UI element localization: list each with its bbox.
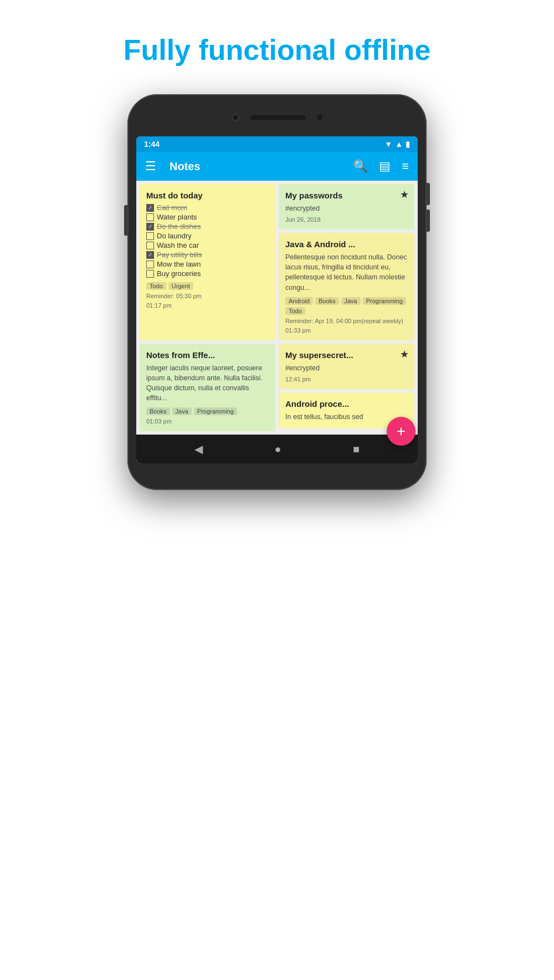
checklist-item-mow-lawn: Mow the lawn: [146, 260, 269, 268]
tags-row-java: Android Books Java Programming Todo: [285, 297, 408, 315]
status-bar: 1:44 ▼ ▲ ▮: [136, 136, 418, 152]
app-title: Notes: [170, 160, 344, 173]
note-body-passwords: #encrypted: [285, 203, 408, 213]
tag-todo-java: Todo: [285, 307, 305, 315]
note-java-android[interactable]: Java & Android ... Pellentesque non tinc…: [279, 233, 414, 340]
tag-books: Books: [315, 297, 339, 305]
checklist-item-water-plants: Water plants: [146, 213, 269, 221]
note-body-supersecret: #encrypted: [285, 363, 408, 373]
bottom-bezel: [136, 463, 418, 474]
checkbox-bills: ✓: [146, 251, 154, 259]
checkbox-wash-car: [146, 242, 154, 249]
note-body-android: In est tellus, faucibus sed: [285, 412, 408, 422]
vol-up: [427, 183, 430, 205]
tag-todo: Todo: [146, 282, 166, 290]
ir-dot: [317, 115, 322, 120]
checkbox-mow-lawn: [146, 261, 154, 268]
tag-urgent: Urgent: [168, 282, 193, 290]
tag-java-effe: Java: [172, 407, 192, 415]
note-body-effe: Integer iaculis neque laoreet, posuere i…: [146, 363, 269, 404]
note-body-java: Pellentesque non tincidunt nulla. Donec …: [285, 252, 408, 293]
note-must-do-today[interactable]: Must do today ✓ Call mom Water plants ✓ …: [140, 184, 275, 340]
tags-row-effe: Books Java Programming: [146, 407, 269, 415]
checklist-item-groceries: Buy groceries: [146, 269, 269, 278]
page-headline: Fully functional offline: [124, 33, 431, 67]
filter-icon[interactable]: ≡: [399, 157, 411, 176]
wifi-icon: ▼: [384, 140, 392, 149]
checkbox-call-mom: ✓: [146, 204, 154, 212]
tag-programming-effe: Programming: [194, 407, 237, 415]
phone-top-bar: [136, 105, 418, 130]
note-reminder-must-do: Reminder: 05:30 pm: [146, 293, 269, 299]
tag-books-effe: Books: [146, 407, 170, 415]
star-icon-supersecret: ★: [400, 348, 409, 360]
status-icons: ▼ ▲ ▮: [384, 140, 410, 149]
tag-java: Java: [341, 297, 361, 305]
vol-down: [427, 210, 430, 232]
tag-android: Android: [285, 297, 313, 305]
note-time-effe: 01:03 pm: [146, 418, 269, 425]
checklist-item-dishes: ✓ Do the dishes: [146, 222, 269, 231]
battery-icon: ▮: [406, 140, 410, 149]
note-notes-from-effe[interactable]: Notes from Effe... Integer iaculis neque…: [140, 344, 275, 432]
notes-grid: Must do today ✓ Call mom Water plants ✓ …: [136, 181, 418, 435]
signal-icon: ▲: [395, 140, 403, 149]
checklist-item-bills: ✓ Pay utility bills: [146, 251, 269, 259]
note-title-effe: Notes from Effe...: [146, 350, 269, 360]
note-time-must-do: 01:17 pm: [146, 302, 269, 309]
checklist-item-call-mom: ✓ Call mom: [146, 203, 269, 212]
checkbox-laundry: [146, 232, 154, 240]
note-my-passwords[interactable]: ★ My passwords #encrypted Jun 26, 2018: [279, 184, 414, 229]
checkbox-groceries: [146, 270, 154, 278]
checklist-item-wash-car: Wash the car: [146, 241, 269, 249]
view-icon[interactable]: ▤: [377, 157, 393, 176]
note-reminder-java: Reminder: Apr 19, 04:00 pm(repeat weekly…: [285, 318, 408, 324]
camera-dot: [232, 114, 239, 121]
menu-icon[interactable]: ☰: [143, 157, 158, 176]
home-button[interactable]: ●: [274, 443, 281, 456]
note-date-supersecret: 12:41 pm: [285, 376, 408, 382]
note-date-passwords: Jun 26, 2018: [285, 216, 408, 223]
fab-add[interactable]: +: [387, 417, 416, 446]
note-title-android: Android proce...: [285, 399, 408, 409]
search-icon[interactable]: 🔍: [351, 157, 370, 176]
speaker-bar: [250, 115, 306, 120]
back-button[interactable]: ◀: [194, 442, 203, 456]
note-supersecret[interactable]: ★ My supersecret... #encrypted 12:41 pm: [279, 344, 414, 389]
star-icon-passwords: ★: [400, 188, 409, 201]
tag-programming: Programming: [363, 297, 406, 305]
phone-screen: 1:44 ▼ ▲ ▮ ☰ Notes 🔍 ▤ ≡ Must do today ✓…: [136, 136, 418, 463]
tags-row-must-do: Todo Urgent: [146, 282, 269, 290]
app-bar: ☰ Notes 🔍 ▤ ≡: [136, 152, 418, 181]
recent-button[interactable]: ■: [353, 443, 360, 456]
status-time: 1:44: [144, 140, 160, 149]
note-title-passwords: My passwords: [285, 191, 408, 200]
phone-shell: 1:44 ▼ ▲ ▮ ☰ Notes 🔍 ▤ ≡ Must do today ✓…: [127, 94, 427, 490]
checkbox-water-plants: [146, 213, 154, 221]
note-time-java: 01:33 pm: [285, 327, 408, 334]
volume-buttons: [427, 183, 430, 232]
note-title-supersecret: My supersecret...: [285, 350, 408, 360]
checklist-item-laundry: Do laundry: [146, 232, 269, 240]
note-title-java: Java & Android ...: [285, 239, 408, 249]
checkbox-dishes: ✓: [146, 223, 154, 231]
bottom-nav: ◀ ● ■: [136, 435, 418, 463]
note-title-must-do: Must do today: [146, 191, 269, 200]
power-button: [124, 205, 127, 236]
